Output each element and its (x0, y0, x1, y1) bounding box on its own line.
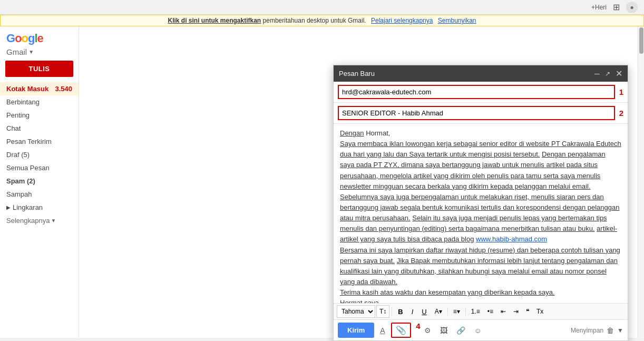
url-btn[interactable]: 🔗 (453, 324, 469, 337)
sidebar-item-inbox[interactable]: Kotak Masuk 3.540 (0, 82, 79, 95)
inbox-label: Kotak Masuk (6, 85, 48, 93)
subject-number: 2 (619, 109, 623, 118)
sidebar-item-starred[interactable]: Berbintang (0, 95, 79, 109)
more-label: Selengkapnya (6, 217, 50, 225)
all-label: Semua Pesan (6, 164, 50, 172)
circles-label: Lingkaran (13, 203, 43, 211)
scrollbar-thumb[interactable] (639, 27, 643, 54)
toolbar-sep2 (447, 307, 448, 316)
indent-right-btn[interactable]: ⇥ (510, 306, 522, 317)
saving-text: Menyimpan (571, 327, 603, 334)
salutation: Dengan Hormat, (340, 128, 621, 139)
compose-window: Pesan Baru ─ ↗ ✕ 1 2 Dengan Hormat, Saya… (333, 65, 628, 341)
resize-icon[interactable]: ↗ (605, 70, 610, 77)
emoji-btn[interactable]: ☺ (471, 324, 485, 337)
to-input[interactable] (338, 85, 615, 99)
hide-link[interactable]: Sembunyikan (438, 17, 476, 24)
sidebar-item-important[interactable]: Penting (0, 109, 79, 122)
compose-actions-bar: Kirim A 📎 4 ⚙ 🖼 🔗 ☺ Menyimpan 🗑 ▼ (334, 319, 628, 340)
font-size-btn[interactable]: T↕ (376, 305, 389, 318)
drafts-label: Draf (5) (6, 151, 30, 159)
important-label: Penting (6, 111, 30, 119)
sidebar-item-all[interactable]: Semua Pesan (0, 161, 79, 174)
sidebar-item-trash[interactable]: Sampah (0, 188, 79, 201)
notification-text: pemberitahuan desktop untuk Gmail. (263, 17, 366, 24)
align-btn[interactable]: ≡▾ (450, 306, 463, 317)
italic-btn[interactable]: I (408, 306, 417, 317)
compose-header-icons: ─ ↗ ✕ (594, 69, 622, 79)
apps-icon[interactable]: ⊞ (613, 2, 620, 12)
toolbar-sep1 (392, 307, 392, 316)
starred-label: Berbintang (6, 98, 40, 106)
sent-label: Pesan Terkirim (6, 138, 52, 145)
para2: Sebelumnya saya juga berpengalaman untuk… (340, 192, 621, 245)
para3: Bersama ini saya lampirkan daftar riwaya… (340, 245, 621, 288)
to-row: 1 (334, 82, 628, 103)
quote-btn[interactable]: ❝ (523, 306, 532, 317)
notification-bar: Klik di sini untuk mengaktifkan pemberit… (0, 15, 644, 26)
underline-btn[interactable]: U (418, 306, 430, 317)
formatting-toolbar: Tahoma T↕ B I U A▾ ≡▾ 1.≡ •≡ ⇤ ⇥ ❝ Tx (334, 303, 628, 319)
more-options-btn[interactable]: ▼ (617, 327, 623, 334)
gmail-text: Gmail (6, 47, 27, 56)
link2-btn[interactable]: ⚙ (421, 324, 434, 337)
heri-label[interactable]: +Heri (591, 4, 607, 11)
action-number: 4 (416, 321, 420, 330)
more-caret-icon: ▼ (51, 218, 56, 223)
gmail-label[interactable]: Gmail ▼ (0, 46, 79, 61)
sidebar-item-circles[interactable]: ▶ Lingkaran (0, 201, 79, 214)
close-icon[interactable]: ✕ (616, 69, 622, 79)
click-link[interactable]: Klik di sini untuk mengaktifkan (168, 17, 261, 24)
top-bar: +Heri ⊞ ● (0, 0, 644, 15)
sidebar: Google Gmail ▼ TULIS Kotak Masuk 3.540 B… (0, 26, 79, 338)
expand-icon: ▶ (6, 204, 11, 210)
inbox-count: 3.540 (55, 85, 72, 93)
save-area: Menyimpan 🗑 ▼ (571, 326, 623, 335)
para1: Saya membaca iklan lowongan kerja sebaga… (340, 139, 621, 192)
subject-input[interactable] (338, 106, 615, 120)
sidebar-item-sent[interactable]: Pesan Terkirim (0, 135, 79, 148)
attach-btn[interactable]: 📎 (391, 323, 411, 338)
font-family-select[interactable]: Tahoma (337, 305, 375, 318)
trash-label: Sampah (6, 190, 32, 198)
remove-format-btn[interactable]: Tx (533, 306, 547, 317)
profile-icon[interactable]: ● (626, 2, 638, 13)
bold-btn[interactable]: B (394, 306, 406, 317)
toolbar-sep3 (465, 307, 466, 316)
format-text-btn[interactable]: A (377, 324, 388, 337)
topbar-right: +Heri ⊞ ● (591, 2, 638, 13)
minimize-icon[interactable]: ─ (594, 70, 600, 78)
sidebar-item-drafts[interactable]: Draf (5) (0, 148, 79, 161)
compose-header[interactable]: Pesan Baru ─ ↗ ✕ (334, 65, 628, 82)
google-logo: Google (0, 30, 79, 46)
chat-label: Chat (6, 124, 21, 132)
ordered-list-btn[interactable]: 1.≡ (468, 306, 483, 317)
compose-title: Pesan Baru (339, 70, 375, 77)
subject-row: 2 (334, 103, 628, 124)
blog-link[interactable]: www.habib-ahmad.com (476, 235, 547, 243)
send-button[interactable]: Kirim (338, 323, 374, 338)
spam-label: Spam (2) (6, 177, 35, 185)
scrollbar[interactable] (638, 26, 644, 338)
gmail-caret: ▼ (28, 49, 34, 55)
to-number: 1 (619, 87, 623, 96)
sidebar-item-spam[interactable]: Spam (2) (0, 174, 79, 188)
thanks: Terima kasih atas waktu dan kesempatan y… (340, 287, 621, 298)
sidebar-item-more[interactable]: Selengkapnya ▼ (0, 214, 79, 227)
regards: Hormat saya (340, 298, 621, 303)
delete-btn[interactable]: 🗑 (607, 326, 614, 335)
font-color-btn[interactable]: A▾ (432, 306, 445, 317)
unordered-list-btn[interactable]: •≡ (484, 306, 496, 317)
indent-left-btn[interactable]: ⇤ (497, 306, 509, 317)
compose-body[interactable]: Dengan Hormat, Saya membaca iklan lowong… (334, 124, 628, 303)
learn-more-link[interactable]: Pelajari selengkapnya (371, 17, 433, 24)
attach-btn-wrapper: 📎 4 (391, 323, 411, 338)
sidebar-item-chat[interactable]: Chat (0, 122, 79, 135)
compose-button[interactable]: TULIS (5, 61, 73, 77)
image-btn[interactable]: 🖼 (437, 324, 451, 337)
